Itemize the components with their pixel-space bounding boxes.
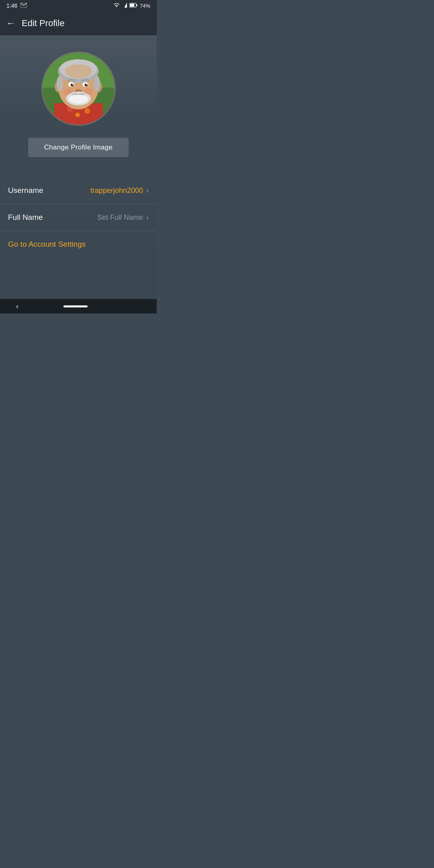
svg-point-24 (86, 84, 87, 85)
status-bar: 1:46 (0, 0, 157, 11)
username-right: trapperjohn2000 › (90, 186, 149, 195)
svg-point-11 (75, 113, 80, 117)
username-label: Username (8, 186, 43, 195)
change-profile-image-button[interactable]: Change Profile Image (28, 138, 129, 157)
fullname-right: Set Full Name › (97, 213, 149, 222)
page-title: Edit Profile (22, 18, 64, 29)
status-time: 1:46 (6, 2, 17, 9)
home-indicator[interactable] (63, 305, 88, 307)
fullname-value: Set Full Name (97, 213, 143, 222)
main-content: Change Profile Image Username trapperjoh… (0, 35, 157, 299)
wifi-icon (113, 3, 120, 9)
fullname-chevron-icon: › (146, 213, 149, 222)
battery-icon (129, 3, 137, 9)
svg-point-34 (94, 76, 100, 92)
account-settings-label: Go to Account Settings (8, 240, 86, 248)
avatar-image (43, 53, 115, 125)
back-button[interactable]: ← (6, 18, 15, 29)
svg-point-31 (63, 88, 72, 94)
username-row[interactable]: Username trapperjohn2000 › (0, 177, 157, 204)
status-bar-left: 1:46 (6, 2, 27, 9)
svg-point-23 (72, 84, 73, 85)
avatar[interactable] (41, 51, 116, 126)
status-bar-right: 74% (113, 3, 150, 9)
nav-back-button[interactable]: ‹ (16, 302, 18, 311)
account-settings-row[interactable]: Go to Account Settings (0, 231, 157, 258)
gmail-icon (20, 2, 27, 9)
username-value: trapperjohn2000 (90, 186, 143, 195)
svg-point-10 (84, 108, 90, 114)
svg-point-16 (65, 64, 92, 78)
list-section: Username trapperjohn2000 › Full Name Set… (0, 177, 157, 258)
profile-image-section: Change Profile Image (28, 35, 129, 169)
svg-rect-4 (130, 4, 134, 7)
header: ← Edit Profile (0, 11, 157, 35)
battery-percentage: 74% (140, 3, 150, 9)
svg-point-32 (84, 88, 93, 94)
fullname-row[interactable]: Full Name Set Full Name › (0, 204, 157, 231)
signal-icon (122, 3, 127, 9)
svg-point-33 (56, 76, 62, 92)
svg-point-30 (68, 94, 88, 104)
fullname-label: Full Name (8, 213, 43, 222)
username-chevron-icon: › (146, 186, 149, 195)
svg-rect-3 (136, 4, 137, 6)
bottom-nav: ‹ (0, 299, 157, 313)
